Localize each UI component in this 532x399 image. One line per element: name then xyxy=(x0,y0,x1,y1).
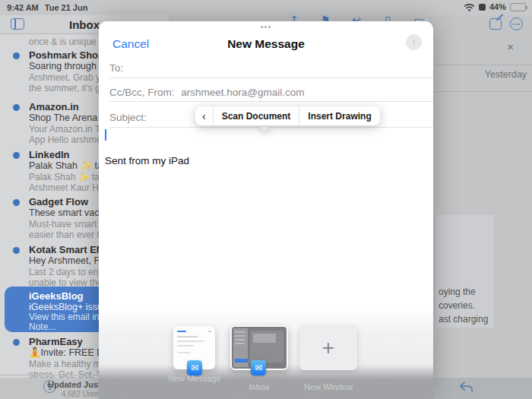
window-label: Inbox xyxy=(229,382,290,392)
status-bar: 9:42 AMTue 21 Jun 44% xyxy=(0,0,532,15)
status-date: Tue 21 Jun xyxy=(45,3,88,12)
status-time: 9:42 AM xyxy=(7,3,39,12)
expose-bottom-strip xyxy=(0,378,99,399)
compose-icon[interactable] xyxy=(489,18,502,30)
screen: 9:42 AMTue 21 Jun 44% Inbox once & is un… xyxy=(0,0,532,399)
menu-item-insert-drawing[interactable]: Insert Drawing xyxy=(299,106,379,125)
expose-bottom-strip xyxy=(433,378,532,399)
mail-app-icon: ✉ xyxy=(187,360,202,375)
email-date: Yesterday xyxy=(485,69,527,80)
field-divider xyxy=(109,101,433,102)
more-options-icon[interactable] xyxy=(510,17,523,30)
field-divider xyxy=(109,127,433,128)
wifi-icon xyxy=(464,3,475,11)
cc-label: Cc/Bcc, From: xyxy=(109,87,175,98)
send-button[interactable]: ↑ xyxy=(406,34,422,50)
text-cursor xyxy=(105,129,106,141)
menu-back-chevron-icon[interactable]: ‹ xyxy=(195,106,213,125)
divider xyxy=(434,65,532,65)
message-body-signature[interactable]: Sent from my iPad xyxy=(105,155,189,166)
subject-field[interactable]: Subject: xyxy=(109,112,147,123)
battery-icon xyxy=(510,3,526,11)
divider xyxy=(434,91,532,92)
to-field[interactable]: To: xyxy=(109,62,123,74)
sheet-title: New Message xyxy=(99,37,433,51)
unread-dot xyxy=(13,199,20,206)
status-indicator-icon xyxy=(479,4,486,11)
context-menu: ‹ Scan Document Insert Drawing xyxy=(195,106,380,125)
unread-dot xyxy=(13,104,20,111)
plus-icon: + xyxy=(322,337,334,359)
email-text-fragment: coveries. xyxy=(439,300,475,311)
email-text-fragment: oying the xyxy=(439,287,476,297)
reading-pane: × Yesterday oying the coveries. ast char… xyxy=(429,15,532,399)
window-label: New Message xyxy=(164,374,225,384)
email-text-fragment: ast charging xyxy=(439,314,488,325)
new-window-button[interactable]: + xyxy=(299,325,357,370)
close-icon[interactable]: × xyxy=(507,40,514,53)
unread-dot xyxy=(13,52,20,59)
battery-percent: 44% xyxy=(489,2,506,11)
unread-dot xyxy=(13,247,20,254)
field-divider xyxy=(109,78,433,78)
email-content-block: oying the coveries. ast charging xyxy=(436,215,494,328)
unread-dot xyxy=(13,339,20,346)
sheet-drag-handle[interactable]: ••• xyxy=(99,22,433,31)
cc-from-field[interactable]: Cc/Bcc, From: arshmeet.hora@gmail.com xyxy=(109,87,305,98)
from-email: arshmeet.hora@gmail.com xyxy=(181,87,304,98)
menu-item-scan-document[interactable]: Scan Document xyxy=(214,106,299,125)
unread-dot xyxy=(13,152,20,159)
mail-app-icon: ✉ xyxy=(251,360,266,375)
status-time-date: 9:42 AMTue 21 Jun xyxy=(7,3,87,12)
window-label: New Window xyxy=(287,382,370,392)
